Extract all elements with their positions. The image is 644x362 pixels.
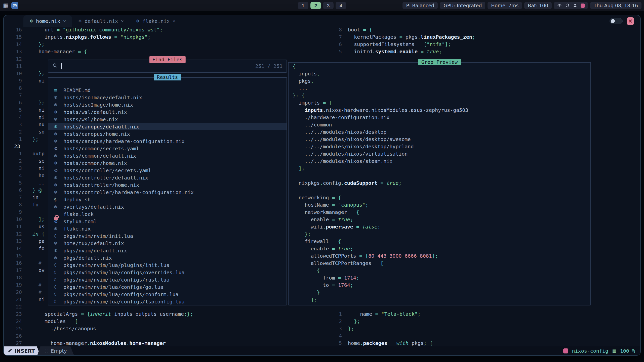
file-name: hosts/isoImage/home.nix: [63, 102, 133, 108]
file-result-row[interactable]: ❄hosts/canopus/home.nix: [48, 130, 287, 138]
workspace-button-3[interactable]: 3: [323, 2, 334, 9]
tab-flake-nix[interactable]: ❄ flake.nix ×: [130, 15, 182, 27]
right-editor-pane-top[interactable]: 8boot = {7 kernelPackages = pkgs.linuxPa…: [316, 27, 640, 56]
file-name: hosts/canopus/home.nix: [63, 131, 130, 137]
workspace-button-2[interactable]: 2: [310, 2, 321, 9]
line-number: 4: [4, 172, 29, 180]
code-line: pkgs,: [293, 78, 590, 85]
nix-file-icon: ❄: [54, 124, 63, 129]
topbar-left: ▦ JW: [0, 2, 18, 9]
line-number: 10: [4, 216, 29, 223]
line-number: 22: [4, 304, 29, 311]
line-number: 16: [4, 27, 29, 34]
file-name: hosts/wsl/home.nix: [63, 116, 118, 122]
file-result-row[interactable]: flake.lock: [48, 210, 287, 218]
file-name: pkgs/nvim/nvim/lua/configs/overrides.lua: [63, 269, 185, 276]
file-result-row[interactable]: ❄flake.nix: [48, 225, 287, 232]
code-line: networkmanager = {: [293, 209, 590, 216]
window-close-button[interactable]: ✕: [627, 17, 634, 25]
file-result-row[interactable]: ❄hosts/isoImage/default.nix: [48, 94, 287, 101]
file-result-row[interactable]: ❄hosts/controller/home.nix: [48, 181, 287, 189]
preview-code: { inputs, pkgs, ...}: { imports = [ inpu…: [289, 63, 590, 304]
neovim-window: ❄ home.nix × ❄ default.nix × ❄ flake.nix…: [3, 15, 641, 356]
nix-file-icon: ❄: [54, 153, 63, 158]
file-result-row[interactable]: ❄hosts/controller/default.nix: [48, 174, 287, 181]
code-line: inputs,: [293, 71, 590, 78]
line-number: 3: [316, 326, 342, 333]
tab-close-icon[interactable]: ×: [63, 18, 66, 24]
file-result-row[interactable]: ❄hosts/isoImage/home.nix: [48, 101, 287, 108]
file-result-row[interactable]: ⚙hosts/controller/secrets.yaml: [48, 167, 287, 174]
nix-file-icon: ❄: [54, 255, 63, 260]
code-line: 6 supportedFilesystems = ["ntfs"];: [316, 41, 640, 49]
file-result-row[interactable]: ❄pkgs/nvim/default.nix: [48, 247, 287, 254]
line-number: 25: [4, 326, 29, 333]
file-name: home/tux/default.nix: [63, 240, 124, 246]
lines-icon: ≣: [612, 348, 616, 354]
file-name: flake.lock: [63, 211, 94, 217]
right-editor-pane-bottom[interactable]: 1 name = "Tela-black";2 };3};45home.pack…: [316, 311, 640, 347]
file-result-row[interactable]: ❄home/tux/default.nix: [48, 240, 287, 247]
tab-close-icon[interactable]: ×: [121, 18, 124, 24]
line-number: 13: [4, 49, 29, 56]
file-result-row[interactable]: ☾pkgs/nvim/nvim/lua/configs/rust.lua: [48, 276, 287, 283]
file-result-row[interactable]: ⚙hosts/common/secrets.yaml: [48, 145, 287, 152]
tab-label: default.nix: [85, 18, 118, 24]
file-result-row[interactable]: ❄pkgs/default.nix: [48, 254, 287, 261]
file-result-row[interactable]: ⚙stylua.toml: [48, 218, 287, 225]
code-line: 7 kernelPackages = pkgs.linuxPackages_ze…: [316, 34, 640, 41]
line-number: 3: [4, 165, 29, 172]
file-name: pkgs/nvim/nvim/init.lua: [63, 233, 133, 239]
line-number: 19: [4, 282, 29, 289]
file-result-row[interactable]: ❄hosts/common/home.nix: [48, 159, 287, 167]
file-result-row[interactable]: ☾pkgs/nvim/nvim/lua/plugins/init.lua: [48, 261, 287, 269]
file-search-input[interactable]: [65, 63, 67, 69]
yaml-file-icon: ⚙: [54, 168, 63, 173]
code-line: ../../modules/nixos/desktop/hyprland: [293, 144, 590, 151]
window-toggle[interactable]: [610, 18, 623, 24]
line-number: 8: [316, 27, 342, 34]
wifi-icon[interactable]: [557, 3, 562, 8]
file-name: hosts/wsl/default.nix: [63, 109, 127, 115]
tab-close-icon[interactable]: ×: [173, 18, 176, 24]
file-name: pkgs/nvim/nvim/lua/configs/conform.lua: [63, 291, 179, 297]
code-line: hostName = "canopus";: [293, 202, 590, 209]
file-name: hosts/common/home.nix: [63, 160, 127, 166]
file-result-row[interactable]: $deploy.sh: [48, 196, 287, 203]
tab-default-nix[interactable]: ❄ default.nix ×: [72, 15, 130, 27]
file-name: hosts/controller/secrets.yaml: [63, 167, 151, 173]
theme-accent-icon[interactable]: [581, 4, 585, 8]
file-result-row[interactable]: ❄hosts/wsl/default.nix: [48, 108, 287, 116]
user-icon[interactable]: [573, 3, 578, 8]
code-line: 4: [316, 333, 640, 340]
file-result-row[interactable]: ☾pkgs/nvim/nvim/lua/configs/go.lua: [48, 283, 287, 291]
code-line: 15 inputs.nixpkgs.follows = "nixpkgs";: [4, 34, 317, 41]
file-result-row[interactable]: ❄hosts/wsl/home.nix: [48, 116, 287, 123]
file-name: pkgs/nvim/nvim/lua/plugins/init.lua: [63, 262, 169, 268]
code-line: };: [293, 231, 590, 238]
file-result-row[interactable]: ❄overlays/default.nix: [48, 203, 287, 210]
find-files-prompt[interactable]: Find Files 251 / 251: [48, 60, 287, 73]
workspace-button-1[interactable]: 1: [298, 2, 308, 9]
code-line: }: {: [293, 93, 590, 100]
app-launcher-button[interactable]: ▦: [3, 3, 9, 9]
file-result-row[interactable]: ❄hosts/controller/hardware-configuration…: [48, 189, 287, 196]
file-result-row[interactable]: ≡README.md: [48, 86, 287, 94]
app-badge-button[interactable]: JW: [11, 2, 18, 9]
file-result-row[interactable]: ☾pkgs/nvim/nvim/init.lua: [48, 232, 287, 240]
code-line: ./hardware-configuration.nix: [293, 114, 590, 122]
file-result-row[interactable]: ❄hosts/canopus/default.nix: [48, 123, 287, 130]
file-result-row[interactable]: ❄hosts/canopus/hardware-configuration.ni…: [48, 138, 287, 145]
file-result-row[interactable]: ☾pkgs/nvim/nvim/lua/configs/lspconfig.lu…: [48, 298, 287, 305]
shield-icon[interactable]: [565, 3, 570, 8]
editor-area[interactable]: 16 url = "github:nix-community/nixos-wsl…: [4, 27, 640, 346]
code-line: ../../modules/nixos/desktop: [293, 129, 590, 136]
nix-file-icon: ❄: [54, 95, 63, 100]
lua-file-icon: ☾: [54, 233, 63, 239]
file-result-row[interactable]: ☾pkgs/nvim/nvim/lua/configs/conform.lua: [48, 291, 287, 298]
file-result-row[interactable]: ❄hosts/common/default.nix: [48, 152, 287, 159]
tab-label: flake.nix: [142, 18, 170, 24]
file-result-row[interactable]: ☾pkgs/nvim/nvim/lua/configs/overrides.lu…: [48, 269, 287, 276]
workspace-button-4[interactable]: 4: [336, 2, 346, 9]
tab-home-nix[interactable]: ❄ home.nix ×: [23, 15, 72, 27]
